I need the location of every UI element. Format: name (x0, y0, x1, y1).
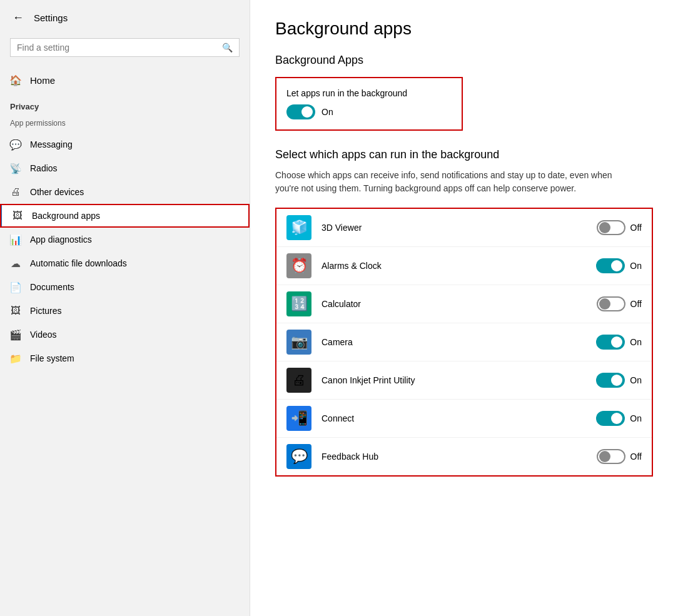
app-toggle-text-feedback-hub: Off (630, 452, 642, 462)
app-toggle-area-canon-inkjet: On (592, 373, 642, 388)
let-apps-label: Let apps run in the background (286, 88, 452, 98)
app-toggle-text-camera: On (630, 337, 642, 347)
main-content: Background apps Background Apps Let apps… (250, 0, 678, 616)
app-toggle-camera[interactable] (596, 335, 625, 350)
select-heading: Select which apps can run in the backgro… (275, 148, 653, 161)
let-apps-toggle-row: On (286, 104, 452, 119)
pictures-icon: 🖼 (10, 305, 21, 316)
app-name-connect: Connect (321, 413, 582, 423)
app-permissions-label: App permissions (0, 116, 250, 133)
sidebar-item-automatic-file-downloads[interactable]: ☁ Automatic file downloads (0, 251, 250, 275)
app-name-canon-inkjet: Canon Inkjet Print Utility (321, 375, 582, 385)
sidebar-item-app-diagnostics[interactable]: 📊 App diagnostics (0, 228, 250, 251)
app-icon-connect: 📲 (286, 406, 311, 431)
app-toggle-canon-inkjet[interactable] (596, 373, 625, 388)
app-toggle-3d-viewer[interactable] (597, 220, 625, 235)
sidebar-item-other-devices[interactable]: 🖨 Other devices (0, 180, 250, 204)
app-toggle-text-canon-inkjet: On (630, 375, 642, 385)
app-name-camera: Camera (321, 337, 582, 347)
app-toggle-connect[interactable] (596, 411, 625, 426)
section-label-privacy: Privacy (0, 93, 250, 116)
app-toggle-area-camera: On (592, 335, 642, 350)
search-box: 🔍 (10, 38, 240, 57)
search-input[interactable] (17, 43, 222, 53)
sidebar-item-videos[interactable]: 🎬 Videos (0, 323, 250, 346)
app-icon-feedback-hub: 💬 (286, 444, 311, 469)
app-row-alarms-clock: ⏰ Alarms & Clock On (276, 247, 652, 285)
app-list: 🧊 3D Viewer Off ⏰ Alarms & Clock (275, 208, 653, 477)
page-title: Background apps (275, 19, 653, 39)
nav-items: 💬 Messaging 📡 Radios 🖨 Other devices 🖼 B… (0, 133, 250, 370)
sidebar-item-documents[interactable]: 📄 Documents (0, 275, 250, 299)
sidebar: ← Settings 🔍 🏠 Home Privacy App permissi… (0, 0, 250, 616)
sidebar-item-label-videos: Videos (30, 330, 57, 340)
app-row-feedback-hub: 💬 Feedback Hub Off (276, 438, 652, 475)
app-toggle-area-feedback-hub: Off (592, 449, 642, 464)
app-toggle-text-connect: On (630, 413, 642, 423)
sidebar-item-home[interactable]: 🏠 Home (0, 67, 250, 93)
app-toggle-area-calculator: Off (592, 296, 642, 311)
sidebar-item-background-apps[interactable]: 🖼 Background apps (0, 204, 250, 228)
app-name-alarms-clock: Alarms & Clock (321, 261, 582, 271)
app-toggle-area-alarms-clock: On (592, 258, 642, 273)
app-icon-3d-viewer: 🧊 (286, 215, 311, 240)
app-name-feedback-hub: Feedback Hub (321, 452, 582, 462)
back-button[interactable]: ← (10, 9, 26, 27)
app-toggle-calculator[interactable] (597, 296, 625, 311)
sidebar-header: ← Settings (0, 0, 250, 36)
messaging-icon: 💬 (10, 139, 21, 150)
app-toggle-text-calculator: Off (630, 299, 642, 309)
sidebar-item-label-pictures: Pictures (30, 306, 62, 316)
app-name-calculator: Calculator (321, 299, 582, 309)
let-apps-box: Let apps run in the background On (275, 77, 463, 131)
sidebar-item-file-system[interactable]: 📁 File system (0, 346, 250, 370)
home-icon: 🏠 (10, 74, 21, 86)
background-apps-icon: 🖼 (12, 210, 23, 221)
sidebar-item-pictures[interactable]: 🖼 Pictures (0, 299, 250, 323)
sidebar-item-label-documents: Documents (30, 282, 74, 292)
radios-icon: 📡 (10, 163, 21, 174)
app-icon-canon-inkjet: 🖨 (286, 368, 311, 393)
app-icon-calculator: 🔢 (286, 291, 311, 316)
let-apps-toggle[interactable] (286, 104, 315, 119)
search-icon: 🔍 (222, 43, 233, 53)
file-system-icon: 📁 (10, 353, 21, 364)
videos-icon: 🎬 (10, 329, 21, 340)
app-row-camera: 📷 Camera On (276, 323, 652, 361)
app-name-3d-viewer: 3D Viewer (321, 223, 582, 233)
sidebar-item-messaging[interactable]: 💬 Messaging (0, 133, 250, 156)
home-label: Home (30, 75, 55, 86)
app-toggle-area-3d-viewer: Off (592, 220, 642, 235)
app-row-canon-inkjet: 🖨 Canon Inkjet Print Utility On (276, 361, 652, 400)
app-icon-alarms-clock: ⏰ (286, 253, 311, 278)
sidebar-item-label-radios: Radios (30, 163, 58, 173)
app-toggle-area-connect: On (592, 411, 642, 426)
app-toggle-text-3d-viewer: Off (630, 223, 642, 233)
documents-icon: 📄 (10, 281, 21, 293)
select-description: Choose which apps can receive info, send… (275, 169, 625, 195)
sidebar-item-label-app-diagnostics: App diagnostics (30, 235, 92, 245)
app-row-3d-viewer: 🧊 3D Viewer Off (276, 209, 652, 247)
background-apps-heading: Background Apps (275, 54, 653, 67)
sidebar-item-radios[interactable]: 📡 Radios (0, 156, 250, 180)
app-row-connect: 📲 Connect On (276, 400, 652, 438)
let-apps-toggle-text: On (321, 107, 333, 117)
app-diagnostics-icon: 📊 (10, 234, 21, 245)
sidebar-item-label-messaging: Messaging (30, 139, 73, 149)
app-toggle-text-alarms-clock: On (630, 261, 642, 271)
sidebar-item-label-file-system: File system (30, 353, 74, 363)
window-title: Settings (34, 13, 68, 23)
app-row-calculator: 🔢 Calculator Off (276, 285, 652, 323)
automatic-file-downloads-icon: ☁ (10, 258, 21, 269)
app-icon-camera: 📷 (286, 330, 311, 355)
sidebar-item-label-automatic-file-downloads: Automatic file downloads (30, 258, 127, 268)
app-toggle-alarms-clock[interactable] (596, 258, 625, 273)
sidebar-item-label-other-devices: Other devices (30, 187, 84, 197)
app-toggle-feedback-hub[interactable] (597, 449, 625, 464)
other-devices-icon: 🖨 (10, 186, 21, 198)
sidebar-item-label-background-apps: Background apps (32, 211, 100, 221)
